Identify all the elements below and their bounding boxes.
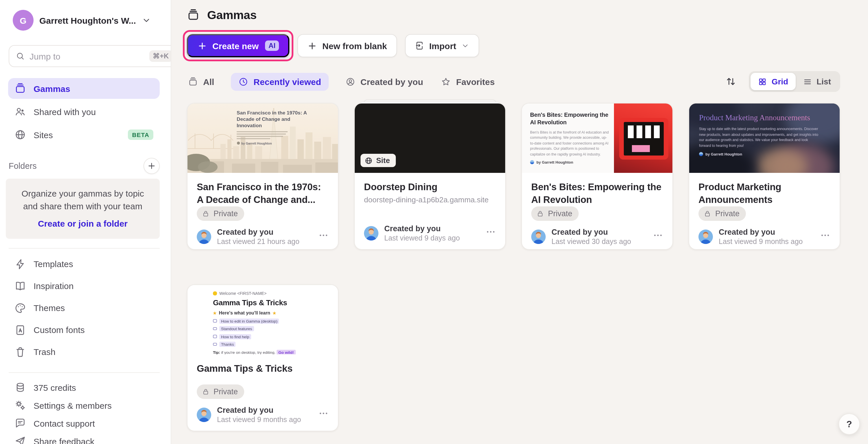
gamma-card-bens-bites[interactable]: Ben's Bites: Empowering the AI Revolutio… [521,103,673,250]
sidebar-item-trash[interactable]: Trash [8,341,160,363]
search-shortcut: ⌘+K [149,50,171,62]
person-circle-icon [345,77,355,87]
folders-empty-state: Organize your gammas by topic and share … [6,179,160,238]
filter-label: Favorites [456,77,495,87]
card-creator: Created by you [552,228,631,236]
sf-skyline-art: San Francisco in the 1970s: A Decade of … [187,103,338,173]
search-icon [16,52,25,61]
card-last-viewed: Last viewed 9 days ago [384,234,460,242]
plus-icon [197,41,207,50]
thumb-checklist-item: How to edit in Gamma (desktop) [213,318,333,323]
sidebar-item-label: Inspiration [34,281,73,291]
filter-recently-viewed[interactable]: Recently viewed [231,73,329,91]
open-book-icon [14,280,26,292]
grid-view-button[interactable]: Grid [751,73,796,90]
beta-badge: BETA [128,130,153,140]
import-icon [414,41,424,50]
card-body: Product Marketing Announcements Private … [689,173,840,249]
card-menu-button[interactable] [486,227,496,237]
privacy-badge: Private [197,206,244,221]
filter-favorites[interactable]: Favorites [440,73,496,91]
meta-texts: Created by you Last viewed 30 days ago [552,228,631,246]
card-thumbnail: San Francisco in the 1970s: A Decade of … [187,103,338,173]
sidebar-item-label: Trash [34,347,56,357]
gamma-card-san-francisco[interactable]: San Francisco in the 1970s: A Decade of … [187,103,339,250]
sidebar-item-contact-support[interactable]: Contact support [8,414,160,432]
new-from-blank-button[interactable]: New from blank [298,34,397,57]
ellipsis-icon [318,408,329,418]
gamma-card-tips-tricks[interactable]: Welcome <FIRST-NAME> Gamma Tips & Tricks… [187,284,339,431]
card-menu-button[interactable] [653,230,663,240]
create-new-button[interactable]: Create new AI [187,34,289,57]
globe-icon [14,129,26,140]
avatar [197,408,211,422]
add-folder-button[interactable] [144,158,160,174]
folders-title: Folders [9,161,37,171]
gamma-card-doorstep-dining[interactable]: Site Doorstep Dining doorstep-dining-a1p… [354,103,506,250]
card-thumbnail: Product Marketing Announcements Stay up … [689,103,840,173]
sidebar-item-label: Settings & members [34,400,112,410]
gamma-card-grid: San Francisco in the 1970s: A Decade of … [187,103,840,431]
sidebar-divider [9,248,160,248]
privacy-badge: Private [699,206,746,221]
globe-icon [365,157,373,165]
sidebar-item-templates[interactable]: Templates [8,253,160,275]
ellipsis-icon [318,230,329,240]
send-icon [14,435,26,444]
workspace-avatar: G [13,10,34,31]
folders-header: Folders [9,158,160,174]
filters: All Recently viewed Created by you Favor… [187,73,496,91]
sort-arrows-icon [725,76,737,87]
sidebar-item-themes[interactable]: Themes [8,297,160,319]
workspace-switcher[interactable]: G Garrett Houghton's W... [0,9,171,31]
card-last-viewed: Last viewed 9 months ago [217,416,301,424]
sidebar-item-share-feedback[interactable]: Share feedback [8,432,160,444]
import-button[interactable]: Import [405,34,479,57]
filter-label: All [203,77,214,87]
sidebar-item-label: Custom fonts [34,325,85,335]
card-menu-button[interactable] [318,230,329,240]
card-creator: Created by you [719,228,803,236]
list-view-label: List [816,77,831,86]
card-body: San Francisco in the 1970s: A Decade of … [187,173,338,249]
sort-button[interactable] [725,76,737,87]
create-or-join-folder-link[interactable]: Create or join a folder [38,218,128,228]
sidebar-item-credits[interactable]: 375 credits [8,378,160,396]
folders-description: Organize your gammas by topic and share … [18,187,148,212]
sidebar-item-gammas[interactable]: Gammas [8,78,160,99]
meta-texts: Created by you Last viewed 21 hours ago [217,228,300,246]
card-menu-button[interactable] [318,408,329,418]
thumb-body: Stay up to date with the latest product … [699,126,821,148]
bens-bites-logo-panel [614,103,673,173]
thumb-text-panel: Ben's Bites: Empowering the AI Revolutio… [522,103,614,173]
ellipsis-icon [653,230,663,240]
thumb-tip-line: Tip: if you're on desktop, try editing. … [213,350,333,354]
card-meta: Created by you Last viewed 21 hours ago [197,228,329,246]
create-new-label: Create new [212,41,259,50]
list-view-button[interactable]: List [796,73,838,90]
lock-icon [704,210,711,217]
card-title: Ben's Bites: Empowering the AI Revolutio… [531,180,663,206]
filter-all[interactable]: All [187,73,215,91]
filter-created-by-you[interactable]: Created by you [344,73,425,91]
badge-row: Private [531,206,663,221]
ai-badge: AI [265,40,279,51]
clock-icon [239,77,248,87]
meta-texts: Created by you Last viewed 9 months ago [217,406,301,424]
sidebar-item-custom-fonts[interactable]: Custom fonts [8,319,160,341]
checkbox-icon [213,343,217,346]
search-input[interactable] [30,51,145,61]
card-last-viewed: Last viewed 21 hours ago [217,238,300,246]
sidebar-item-shared-with-you[interactable]: Shared with you [8,101,160,122]
view-toggle: Grid List [749,71,840,92]
sidebar-item-settings-members[interactable]: Settings & members [8,396,160,414]
deck-icon [187,9,199,22]
svg-text:Decade of Change and: Decade of Change and [237,116,290,122]
sidebar-item-inspiration[interactable]: Inspiration [8,275,160,297]
help-button[interactable]: ? [838,413,860,435]
search-box[interactable]: ⌘+K [9,45,171,67]
card-menu-button[interactable] [820,230,830,240]
sidebar-item-sites[interactable]: Sites BETA [8,124,160,145]
sidebar: G Garrett Houghton's W... ⌘+K Gammas S [0,0,171,444]
gamma-card-product-marketing[interactable]: Product Marketing Announcements Stay up … [689,103,840,250]
